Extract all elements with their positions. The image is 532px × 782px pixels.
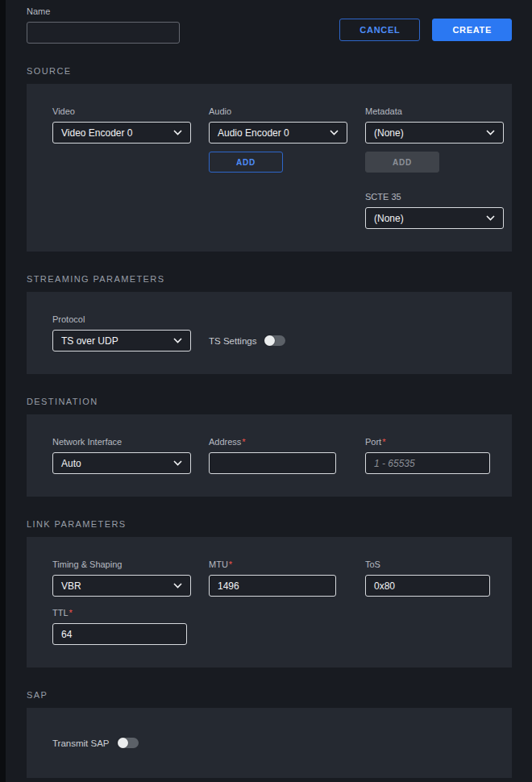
link-section-title: LINK PARAMETERS — [27, 519, 532, 529]
address-input[interactable] — [209, 452, 336, 474]
required-marker: * — [229, 559, 232, 569]
address-label: Address* — [209, 437, 347, 447]
scte35-select-value: (None) — [374, 213, 404, 224]
spacer — [52, 144, 191, 173]
required-marker: * — [382, 437, 385, 447]
spacer — [365, 597, 504, 645]
audio-select-value: Audio Encoder 0 — [218, 127, 289, 139]
sap-panel: Transmit SAP — [27, 708, 512, 778]
ttl-field-group: TTL* — [52, 608, 191, 645]
source-panel: Video Video Encoder 0 Audio Audio Encode… — [27, 84, 512, 252]
video-select[interactable]: Video Encoder 0 — [52, 122, 191, 144]
timing-shaping-select[interactable]: VBR — [52, 575, 191, 597]
metadata-field-group: Metadata (None) — [365, 106, 504, 144]
ttl-input[interactable] — [52, 623, 187, 645]
spacer — [52, 173, 191, 229]
timing-shaping-field-group: Timing & Shaping VBR — [52, 559, 191, 597]
transmit-sap-label: Transmit SAP — [52, 738, 110, 748]
port-input[interactable] — [365, 452, 490, 474]
chevron-down-icon — [173, 130, 182, 135]
scte35-field-group: SCTE 35 (None) — [365, 192, 504, 229]
destination-panel: Network Interface Auto Address* Port* — [27, 414, 512, 497]
chevron-down-icon — [486, 130, 495, 135]
required-marker: * — [242, 437, 245, 447]
form-header: Name CANCEL CREATE — [6, 6, 532, 44]
ttl-label: TTL* — [52, 608, 191, 618]
mtu-input[interactable] — [209, 575, 336, 597]
tos-label: ToS — [365, 559, 504, 569]
chevron-down-icon — [486, 215, 495, 221]
timing-shaping-select-value: VBR — [61, 580, 81, 592]
audio-select[interactable]: Audio Encoder 0 — [209, 122, 347, 144]
scte35-label: SCTE 35 — [365, 192, 504, 202]
network-interface-label: Network Interface — [52, 437, 191, 447]
metadata-select-value: (None) — [374, 127, 404, 139]
name-input[interactable] — [27, 22, 180, 44]
create-stream-form: Name CANCEL CREATE SOURCE Video Video En… — [6, 0, 532, 782]
protocol-field-group: Protocol TS over UDP — [52, 314, 191, 351]
streaming-section-title: STREAMING PARAMETERS — [27, 274, 532, 284]
protocol-select-value: TS over UDP — [61, 335, 118, 347]
create-button[interactable]: CREATE — [432, 19, 512, 41]
audio-label: Audio — [209, 106, 347, 116]
ts-settings-toggle[interactable] — [264, 335, 285, 346]
spacer — [365, 314, 504, 351]
chevron-down-icon — [173, 338, 182, 343]
name-label: Name — [27, 6, 180, 16]
metadata-add-cell: ADD — [365, 144, 504, 173]
protocol-select[interactable]: TS over UDP — [52, 330, 191, 351]
mtu-label: MTU* — [209, 559, 347, 569]
video-select-value: Video Encoder 0 — [61, 127, 133, 139]
tos-field-group: ToS — [365, 559, 504, 597]
scte35-select[interactable]: (None) — [365, 207, 504, 229]
audio-field-group: Audio Audio Encoder 0 — [209, 106, 347, 144]
toggle-knob — [118, 738, 128, 748]
add-audio-button[interactable]: ADD — [209, 152, 283, 173]
protocol-label: Protocol — [52, 314, 191, 324]
video-label: Video — [52, 106, 191, 116]
link-panel: Timing & Shaping VBR MTU* ToS TTL* — [27, 537, 512, 668]
source-section-title: SOURCE — [27, 66, 532, 76]
transmit-sap-group: Transmit SAP — [52, 732, 139, 754]
metadata-select[interactable]: (None) — [365, 122, 504, 144]
chevron-down-icon — [330, 130, 339, 135]
mtu-field-group: MTU* — [209, 559, 347, 597]
chevron-down-icon — [173, 460, 182, 466]
add-metadata-button: ADD — [365, 152, 439, 173]
network-interface-select-value: Auto — [61, 458, 81, 469]
metadata-label: Metadata — [365, 106, 504, 116]
audio-add-cell: ADD — [209, 144, 347, 173]
ts-settings-group: TS Settings — [209, 330, 347, 351]
timing-shaping-label: Timing & Shaping — [52, 559, 191, 569]
network-interface-field-group: Network Interface Auto — [52, 437, 191, 474]
network-interface-select[interactable]: Auto — [52, 452, 191, 474]
toggle-knob — [264, 335, 275, 346]
form-actions: CANCEL CREATE — [339, 19, 512, 41]
port-field-group: Port* — [365, 437, 504, 474]
sap-section-title: SAP — [27, 690, 532, 700]
chevron-down-icon — [173, 583, 182, 589]
spacer — [209, 173, 347, 229]
address-field-group: Address* — [209, 437, 347, 474]
ts-settings-label: TS Settings — [209, 336, 256, 346]
required-marker: * — [69, 608, 73, 618]
spacer — [209, 597, 347, 645]
name-field-group: Name — [27, 6, 180, 44]
tos-input[interactable] — [365, 575, 490, 597]
video-field-group: Video Video Encoder 0 — [52, 106, 191, 144]
port-label: Port* — [365, 437, 504, 447]
transmit-sap-toggle[interactable] — [118, 738, 139, 748]
streaming-panel: Protocol TS over UDP TS Settings — [27, 292, 512, 374]
cancel-button[interactable]: CANCEL — [339, 19, 420, 41]
destination-section-title: DESTINATION — [27, 397, 532, 406]
